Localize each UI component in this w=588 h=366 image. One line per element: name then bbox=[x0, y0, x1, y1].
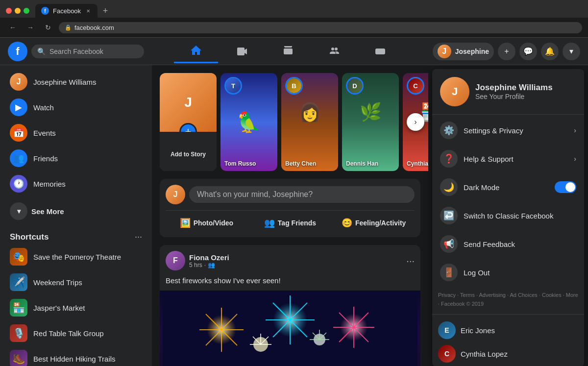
menu-profile-info: Josephine Williams See Your Profile bbox=[475, 83, 553, 100]
reload-button[interactable]: ↻ bbox=[41, 21, 55, 34]
nav-gaming[interactable] bbox=[358, 40, 402, 63]
left-sidebar: J Josephine Williams ▶ Watch 📅 Events 👥 … bbox=[0, 65, 152, 366]
nav-groups[interactable] bbox=[312, 40, 356, 63]
contact-cynthia[interactable]: C Cynthia Lopez bbox=[434, 342, 582, 366]
menu-item-darkmode[interactable]: 🌙 Dark Mode bbox=[434, 173, 582, 201]
menu-item-classic[interactable]: ↩️ Switch to Classic Facebook bbox=[434, 202, 582, 229]
shortcut-jasper[interactable]: 🏪 Jasper's Market bbox=[4, 295, 148, 320]
composer-actions: 🖼️ Photo/Video 👥 Tag Friends 😊 Feeling/A… bbox=[166, 210, 415, 231]
composer-placeholder: What's on your mind, Josephine? bbox=[197, 190, 313, 198]
sidebar-item-watch[interactable]: ▶ Watch bbox=[4, 95, 148, 120]
active-tab[interactable]: f Facebook ✕ bbox=[35, 4, 98, 18]
header-profile-btn[interactable]: J Josephine bbox=[433, 43, 494, 60]
sidebar-events-label: Events bbox=[33, 129, 56, 137]
search-input[interactable] bbox=[49, 48, 138, 55]
menu-profile-section[interactable]: J Josephine Williams See Your Profile bbox=[434, 71, 582, 112]
back-button[interactable]: ← bbox=[6, 21, 20, 34]
tag-friends-label: Tag Friends bbox=[278, 219, 316, 227]
shortcut-jasper-icon: 🏪 bbox=[10, 299, 27, 317]
menu-item-help[interactable]: ❓ Help & Support › bbox=[434, 145, 582, 172]
story-tom[interactable]: T 🦜 Tom Russo bbox=[220, 73, 277, 171]
contact-eric[interactable]: E Eric Jones bbox=[434, 318, 582, 342]
shortcut-hiking-name: Best Hidden Hiking Trails bbox=[33, 355, 116, 363]
shortcut-hiking[interactable]: 🥾 Best Hidden Hiking Trails bbox=[4, 346, 148, 366]
maximize-window-button[interactable] bbox=[24, 8, 29, 14]
composer-input[interactable]: What's on your mind, Josephine? bbox=[189, 186, 415, 203]
browser-nav-bar: ← → ↻ 🔒 facebook.com bbox=[0, 18, 588, 37]
friends-icon: 👥 bbox=[10, 149, 27, 167]
profile-avatar: J bbox=[10, 73, 27, 91]
post-author-avatar: F bbox=[166, 251, 185, 270]
contacts-section: E Eric Jones C Cynthia Lopez B Betty Che… bbox=[432, 317, 584, 366]
story-name-betty: Betty Chen bbox=[285, 160, 334, 167]
tab-close-button[interactable]: ✕ bbox=[85, 7, 92, 14]
nav-marketplace[interactable] bbox=[266, 40, 310, 63]
sidebar-watch-label: Watch bbox=[33, 103, 54, 112]
svg-point-5 bbox=[382, 50, 383, 51]
post-more-button[interactable]: ··· bbox=[406, 255, 415, 267]
sidebar-item-friends[interactable]: 👥 Friends bbox=[4, 146, 148, 171]
sidebar-item-events[interactable]: 📅 Events bbox=[4, 120, 148, 146]
photo-video-button[interactable]: 🖼️ Photo/Video bbox=[166, 215, 247, 231]
shortcut-weekend[interactable]: ✈️ Weekend Trips bbox=[4, 269, 148, 295]
contact-avatar-eric: E bbox=[438, 321, 456, 339]
address-text: facebook.com bbox=[74, 24, 114, 31]
shortcuts-more-button[interactable]: ··· bbox=[135, 232, 142, 242]
post-friends-icon: 👥 bbox=[208, 262, 215, 268]
menu-item-logout[interactable]: 🚪 Log Out bbox=[434, 259, 582, 286]
notifications-button[interactable]: 🔔 bbox=[541, 43, 559, 60]
address-bar[interactable]: 🔒 facebook.com bbox=[59, 22, 582, 33]
shortcut-redtable[interactable]: 🎙️ Red Table Talk Group bbox=[4, 320, 148, 346]
story-dennis[interactable]: D 🌿 Dennis Han bbox=[342, 73, 399, 171]
traffic-lights bbox=[6, 8, 29, 14]
tab-bar: f Facebook ✕ + bbox=[35, 4, 111, 18]
close-window-button[interactable] bbox=[6, 8, 12, 14]
post-composer: J What's on your mind, Josephine? 🖼️ Pho… bbox=[160, 179, 420, 237]
tag-friends-button[interactable]: 👥 Tag Friends bbox=[249, 215, 331, 231]
see-more-button[interactable]: ▾ See More bbox=[4, 198, 148, 224]
post-card: F Fiona Ozeri 5 hrs · 👥 ··· Best firewor… bbox=[160, 245, 420, 366]
menu-button[interactable]: ▾ bbox=[563, 43, 580, 60]
nav-home[interactable] bbox=[174, 40, 218, 63]
post-meta: 5 hrs · 👥 bbox=[189, 262, 229, 268]
classic-icon: ↩️ bbox=[440, 207, 458, 224]
settings-arrow-icon: › bbox=[574, 126, 576, 134]
minimize-window-button[interactable] bbox=[15, 8, 21, 14]
story-name-dennis: Dennis Han bbox=[346, 160, 395, 167]
shortcut-hiking-icon: 🥾 bbox=[10, 350, 27, 366]
memories-icon: 🕐 bbox=[10, 175, 27, 193]
add-story-card[interactable]: J + Add to Story bbox=[160, 73, 217, 171]
facebook-app: f 🔍 J bbox=[0, 38, 588, 366]
darkmode-label: Dark Mode bbox=[464, 183, 549, 192]
menu-item-feedback[interactable]: 📢 Send Feedback bbox=[434, 230, 582, 258]
story-betty[interactable]: B 👩 Betty Chen bbox=[281, 73, 338, 171]
new-tab-button[interactable]: + bbox=[99, 5, 111, 17]
sidebar-item-memories[interactable]: 🕐 Memories bbox=[4, 171, 148, 196]
messenger-button[interactable]: 💬 bbox=[519, 43, 537, 60]
shortcuts-title: Shortcuts bbox=[10, 232, 49, 242]
contact-name-eric: Eric Jones bbox=[461, 326, 495, 335]
feeling-button[interactable]: 😊 Feeling/Activity bbox=[333, 215, 415, 231]
feeling-label: Feeling/Activity bbox=[355, 219, 406, 227]
help-label: Help & Support bbox=[464, 155, 568, 163]
forward-button[interactable]: → bbox=[24, 21, 37, 34]
composer-top: J What's on your mind, Josephine? bbox=[166, 185, 415, 204]
search-icon: 🔍 bbox=[37, 48, 46, 55]
add-button[interactable]: + bbox=[498, 43, 515, 60]
search-bar[interactable]: 🔍 bbox=[31, 45, 144, 58]
menu-profile-sub: See Your Profile bbox=[475, 93, 553, 100]
sidebar-item-profile[interactable]: J Josephine Williams bbox=[4, 69, 148, 95]
facebook-header: f 🔍 J bbox=[0, 38, 588, 65]
shortcut-pomeroy[interactable]: 🎭 Save the Pomeroy Theatre bbox=[4, 244, 148, 269]
facebook-logo[interactable]: f bbox=[8, 42, 27, 61]
stories-next-button[interactable]: › bbox=[407, 113, 424, 131]
menu-item-settings[interactable]: ⚙️ Settings & Privacy › bbox=[434, 117, 582, 144]
tag-icon: 👥 bbox=[264, 218, 275, 228]
header-avatar: J bbox=[438, 45, 451, 58]
darkmode-toggle[interactable] bbox=[555, 181, 576, 193]
svg-point-6 bbox=[382, 51, 383, 52]
see-more-label: See More bbox=[31, 207, 64, 216]
menu-profile-avatar: J bbox=[440, 77, 469, 106]
nav-video[interactable] bbox=[220, 40, 264, 63]
sidebar-memories-label: Memories bbox=[33, 180, 66, 188]
